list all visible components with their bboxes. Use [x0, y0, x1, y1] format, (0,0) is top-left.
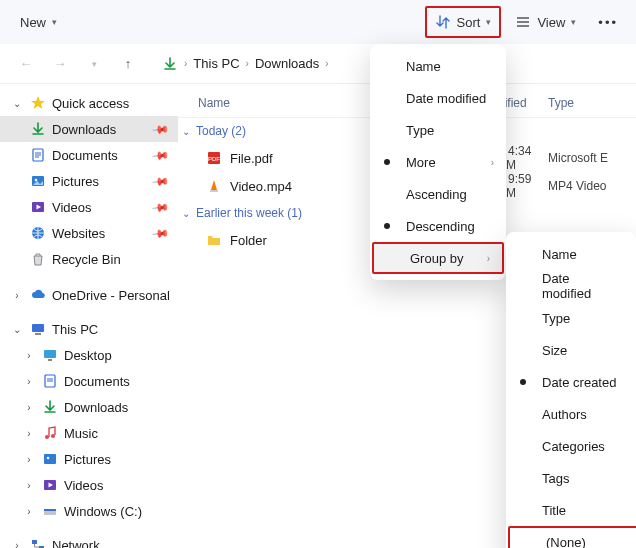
- forward-button[interactable]: →: [44, 48, 76, 80]
- label: Windows (C:): [64, 504, 142, 519]
- sidebar-item-network[interactable]: › Network: [0, 532, 178, 548]
- group-menu-authors[interactable]: Authors: [506, 398, 636, 430]
- sort-menu-more[interactable]: More›: [370, 146, 506, 178]
- svg-point-2: [35, 179, 38, 182]
- sidebar-item-downloads2[interactable]: › Downloads: [0, 394, 178, 420]
- chevron-down-icon: ▾: [486, 17, 491, 27]
- label: This PC: [52, 322, 98, 337]
- svg-rect-6: [35, 333, 41, 335]
- expand-icon[interactable]: ›: [10, 540, 24, 549]
- group-menu-none[interactable]: (None): [508, 526, 636, 548]
- sort-menu-type[interactable]: Type: [370, 114, 506, 146]
- pin-icon: 📌: [151, 146, 170, 165]
- sidebar-item-videos[interactable]: Videos 📌: [0, 194, 178, 220]
- navigation-pane: ⌄ Quick access Downloads 📌 Documents 📌 P…: [0, 84, 178, 548]
- downloads-icon: [42, 399, 58, 415]
- view-icon: [515, 14, 531, 30]
- chevron-down-icon: ▾: [52, 17, 57, 27]
- label: Recycle Bin: [52, 252, 121, 267]
- file-name: Folder: [230, 233, 267, 248]
- label: Downloads: [52, 122, 116, 137]
- sort-menu-descending[interactable]: Descending: [370, 210, 506, 242]
- view-label: View: [537, 15, 565, 30]
- sort-menu-name[interactable]: Name: [370, 50, 506, 82]
- sort-menu-date-modified[interactable]: Date modified: [370, 82, 506, 114]
- new-button[interactable]: New ▾: [10, 6, 67, 38]
- more-button[interactable]: •••: [590, 6, 626, 38]
- group-menu-name[interactable]: Name: [506, 238, 636, 270]
- recent-button[interactable]: ▾: [78, 48, 110, 80]
- breadcrumb-downloads[interactable]: Downloads: [255, 56, 319, 71]
- cloud-icon: [30, 287, 46, 303]
- expand-icon[interactable]: ›: [22, 376, 36, 387]
- collapse-icon[interactable]: ⌄: [10, 324, 24, 335]
- svg-rect-16: [44, 509, 56, 511]
- label: Music: [64, 426, 98, 441]
- group-menu-categories[interactable]: Categories: [506, 430, 636, 462]
- sort-label: Sort: [457, 15, 481, 30]
- group-menu-date-created[interactable]: Date created: [506, 366, 636, 398]
- pdf-icon: PDF: [206, 150, 222, 166]
- chevron-right-icon: ›: [246, 58, 249, 69]
- sidebar-item-pictures[interactable]: Pictures 📌: [0, 168, 178, 194]
- column-type[interactable]: Type: [548, 96, 636, 110]
- svg-text:PDF: PDF: [208, 156, 220, 162]
- downloads-icon: [162, 56, 178, 72]
- sidebar-item-documents2[interactable]: › Documents: [0, 368, 178, 394]
- svg-point-11: [51, 434, 55, 438]
- group-menu-tags[interactable]: Tags: [506, 462, 636, 494]
- sidebar-item-music[interactable]: › Music: [0, 420, 178, 446]
- address-bar[interactable]: › This PC › Downloads ›: [156, 49, 335, 79]
- sidebar-item-pictures2[interactable]: › Pictures: [0, 446, 178, 472]
- svg-rect-5: [32, 324, 44, 332]
- expand-icon[interactable]: ›: [22, 350, 36, 361]
- star-icon: [30, 95, 46, 111]
- label: Downloads: [64, 400, 128, 415]
- expand-icon[interactable]: ›: [22, 506, 36, 517]
- bullet-icon: [520, 379, 526, 385]
- chevron-down-icon: ▾: [571, 17, 576, 27]
- sidebar-item-videos2[interactable]: › Videos: [0, 472, 178, 498]
- pin-icon: 📌: [151, 224, 170, 243]
- sidebar-item-quick-access[interactable]: ⌄ Quick access: [0, 90, 178, 116]
- sidebar-item-documents[interactable]: Documents 📌: [0, 142, 178, 168]
- sort-menu-ascending[interactable]: Ascending: [370, 178, 506, 210]
- collapse-icon: ⌄: [182, 126, 190, 137]
- group-menu-type[interactable]: Type: [506, 302, 636, 334]
- sidebar-item-thispc[interactable]: ⌄ This PC: [0, 316, 178, 342]
- label: Pictures: [52, 174, 99, 189]
- chevron-right-icon: ›: [184, 58, 187, 69]
- sidebar-item-recycle[interactable]: Recycle Bin: [0, 246, 178, 272]
- downloads-icon: [30, 121, 46, 137]
- group-menu-size[interactable]: Size: [506, 334, 636, 366]
- group-menu-date-modified[interactable]: Date modified: [506, 270, 636, 302]
- sort-menu-group-by[interactable]: Group by›: [372, 242, 504, 274]
- collapse-icon[interactable]: ⌄: [10, 98, 24, 109]
- expand-icon[interactable]: ›: [22, 454, 36, 465]
- expand-icon[interactable]: ›: [22, 428, 36, 439]
- sidebar-item-cdrive[interactable]: › Windows (C:): [0, 498, 178, 524]
- recycle-icon: [30, 251, 46, 267]
- network-icon: [30, 537, 46, 548]
- breadcrumb-thispc[interactable]: This PC: [193, 56, 239, 71]
- label: Network: [52, 538, 100, 549]
- file-name: Video.mp4: [230, 179, 292, 194]
- group-menu-title[interactable]: Title: [506, 494, 636, 526]
- pc-icon: [30, 321, 46, 337]
- drive-icon: [42, 503, 58, 519]
- back-button[interactable]: ←: [10, 48, 42, 80]
- pin-icon: 📌: [151, 198, 170, 217]
- expand-icon[interactable]: ›: [22, 402, 36, 413]
- sidebar-item-websites[interactable]: Websites 📌: [0, 220, 178, 246]
- up-button[interactable]: ↑: [112, 48, 144, 80]
- sidebar-item-downloads[interactable]: Downloads 📌: [0, 116, 178, 142]
- expand-icon[interactable]: ›: [22, 480, 36, 491]
- sort-button[interactable]: Sort ▾: [425, 6, 502, 38]
- sidebar-item-onedrive[interactable]: › OneDrive - Personal: [0, 282, 178, 308]
- bullet-icon: [384, 159, 390, 165]
- new-label: New: [20, 15, 46, 30]
- view-button[interactable]: View ▾: [505, 6, 586, 38]
- sidebar-item-desktop[interactable]: › Desktop: [0, 342, 178, 368]
- expand-icon[interactable]: ›: [10, 290, 24, 301]
- label: Quick access: [52, 96, 129, 111]
